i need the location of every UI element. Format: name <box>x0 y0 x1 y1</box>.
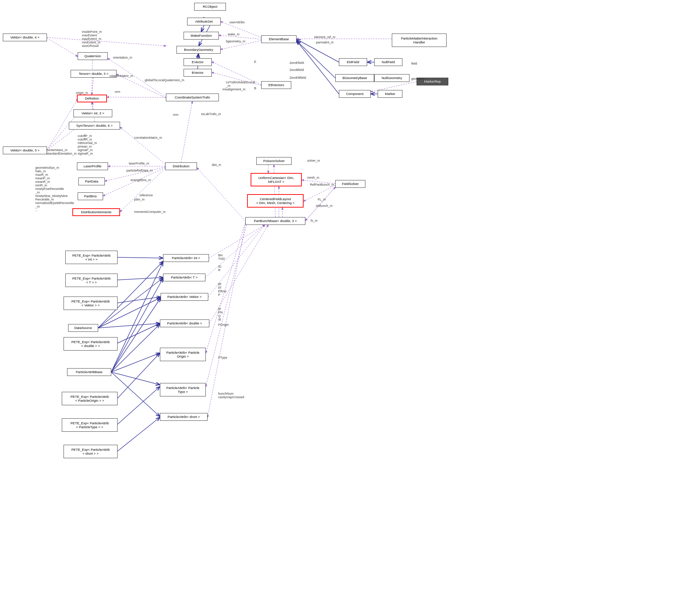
edge-label: wake_m <box>228 32 240 36</box>
node-BGeometryBase: BGeometryBase <box>335 74 374 82</box>
svg-line-19 <box>92 78 94 95</box>
edge-label: ID R <box>218 265 221 272</box>
node-EBVectors: EBVectors <box>261 81 291 89</box>
node-PartData: PartData <box>78 178 105 185</box>
svg-line-52 <box>118 323 160 343</box>
node-ParticleAttrib_ParticleOrigin: ParticleAttrib< Particle Origin > <box>160 348 206 361</box>
edge-label: userAttribs <box>229 20 245 24</box>
svg-line-65 <box>118 387 160 424</box>
svg-line-60 <box>111 324 160 372</box>
node-ParticleAttrib_Vektor: ParticleAttrib< Vektor > <box>161 293 208 301</box>
edge-label: insidePoint_m maxExtent maxExtent_m minE… <box>82 30 102 48</box>
svg-line-8 <box>297 41 335 78</box>
node-RCObject: RCObject <box>194 3 226 11</box>
node-WakeFunction: WakeFunction <box>184 32 219 40</box>
edge-label: csTrafoGlobal2Local _m <box>226 80 255 88</box>
edge-label: ZeroEBfield <box>289 76 306 79</box>
node-Vektor_int_3: Vektor< int, 3 > <box>73 109 112 117</box>
node-Marker: Marker <box>378 90 402 98</box>
node-DataSource: DataSource <box>68 324 98 332</box>
edge-label: geometry <box>411 77 425 80</box>
edge-label: Bin TriID <box>218 253 225 261</box>
node-NullField: NullField <box>374 58 402 66</box>
edge-label: fs_m <box>311 219 318 222</box>
node-PETE_Exp_ParticleType: PETE_Exp< ParticleAttrib < ParticleType … <box>62 418 118 432</box>
edge-label: cutoffP_m cutoffR_m mBinomial_m pmean_m … <box>78 134 97 155</box>
node-PETE_Exp_int: PETE_Exp< ParticleAttrib < int > > <box>65 251 118 264</box>
node-UniformCartesian: UniformCartesian< Dim, MFLOAT > <box>251 173 302 186</box>
node-Vektor_double_4: Vektor< double, 4 > <box>3 34 47 41</box>
svg-line-68 <box>206 222 247 387</box>
node-EVector: EVector <box>184 58 212 66</box>
node-PETE_Exp_T: PETE_Exp< ParticleAttrib < T > > <box>65 274 118 287</box>
svg-line-3 <box>219 35 261 39</box>
svg-line-36 <box>197 168 245 221</box>
svg-line-25 <box>47 37 166 46</box>
edge-label: PType <box>218 356 227 359</box>
svg-line-34 <box>181 101 192 162</box>
svg-line-35 <box>120 127 165 164</box>
edge-label: momentsComputer_m <box>134 210 166 214</box>
edge-label: geometricEps_m halo_m maxR_m meanP_m mea… <box>35 166 74 212</box>
edge-label: origin_m <box>76 91 88 95</box>
node-ParticleAttrib_int: ParticleAttrib< int > <box>163 254 209 262</box>
node-Definition: Definition <box>77 95 107 102</box>
edge-label: dist_m <box>212 163 221 167</box>
node-ParticleAttribBase: ParticleAttribBase <box>67 368 111 376</box>
edge-label: itsBunch_m <box>316 204 333 208</box>
svg-line-33 <box>120 168 165 212</box>
node-PartBins: PartBins <box>78 192 103 200</box>
svg-line-61 <box>111 353 160 372</box>
svg-line-50 <box>118 277 163 280</box>
edge-label: parmatint_m <box>316 41 334 44</box>
svg-line-46 <box>205 225 265 277</box>
node-PETE_Exp_Vektor: PETE_Exp< ParticleAttrib < Vektor > > <box>64 297 118 310</box>
node-ParticleAttrib_ParticleType: ParticleAttrib< Particle Type > <box>160 383 206 396</box>
edge-label: misalignment_m <box>222 88 246 91</box>
node-CenteredFieldLayout: CenteredFieldLayout < Dim, Mesh, Centeri… <box>247 194 304 208</box>
edge-label: globalToLocalQuaternion_m <box>145 78 184 82</box>
svg-line-58 <box>111 278 163 372</box>
svg-line-51 <box>118 297 161 303</box>
node-AttributeSet: AttributeSet <box>187 18 221 25</box>
edge-label: reference <box>139 193 153 197</box>
node-PETE_Exp_short: PETE_Exp< ParticleAttrib < short > > <box>64 445 118 458</box>
svg-line-62 <box>111 372 160 385</box>
node-PETE_Exp_ParticleOrigin: PETE_Exp< ParticleAttrib < ParticleOrigi… <box>62 392 118 405</box>
edge-label: nrm <box>173 113 179 116</box>
edge-label: correlationMatrix_m <box>134 136 162 139</box>
edge-label: element_ref_m <box>314 35 335 39</box>
node-ParticleAttrib_short: ParticleAttrib< short > <box>160 413 208 421</box>
svg-line-26 <box>47 38 78 56</box>
edge-label: pbin_m <box>134 198 145 201</box>
node-SymTenzor_double_6: SymTenzor< double, 6 > <box>69 122 120 130</box>
edge-label: toLabTrafo_m <box>201 112 221 116</box>
svg-line-29 <box>47 127 78 150</box>
svg-line-57 <box>111 262 163 372</box>
node-Component: Component <box>339 90 371 98</box>
svg-line-1 <box>201 25 204 32</box>
edge-label: mesh_m <box>307 176 319 179</box>
diagram-container: RCObjectAttributeSetWakeFunctionBoundary… <box>0 0 676 616</box>
node-ParticleAttrib_T: ParticleAttrib< T > <box>163 274 205 281</box>
node-NullGeometry: NullGeometry <box>374 74 409 82</box>
edge-label: bunchNum cavityGapCrossed <box>218 392 244 399</box>
node-Distribution: Distribution <box>165 162 197 170</box>
node-FieldSolver: FieldSolver <box>335 180 365 188</box>
edge-label: POrigin <box>218 323 229 327</box>
node-Quaternion: Quaternion <box>78 52 108 60</box>
edge-label: orientation_m <box>113 56 132 59</box>
edge-label: RefPartBunch_m <box>310 183 334 186</box>
node-Vektor_double_3: Vektor< double, 3 > <box>3 146 47 154</box>
edge-label: FL_m <box>318 198 326 201</box>
node-PoissonSolver: PoissonSolver <box>256 157 292 165</box>
edge-label: nrm <box>115 90 120 94</box>
svg-line-69 <box>208 224 245 417</box>
edge-label: particleRefData_m <box>126 169 153 172</box>
svg-line-10 <box>297 41 339 94</box>
node-EMField: EMField <box>339 58 367 66</box>
edge-label: laserProfile_m <box>129 162 149 165</box>
svg-line-56 <box>98 323 160 328</box>
node-ParticleAttrib_double: ParticleAttrib< double > <box>160 319 209 327</box>
edge-label: bgeometry_m <box>226 40 245 43</box>
